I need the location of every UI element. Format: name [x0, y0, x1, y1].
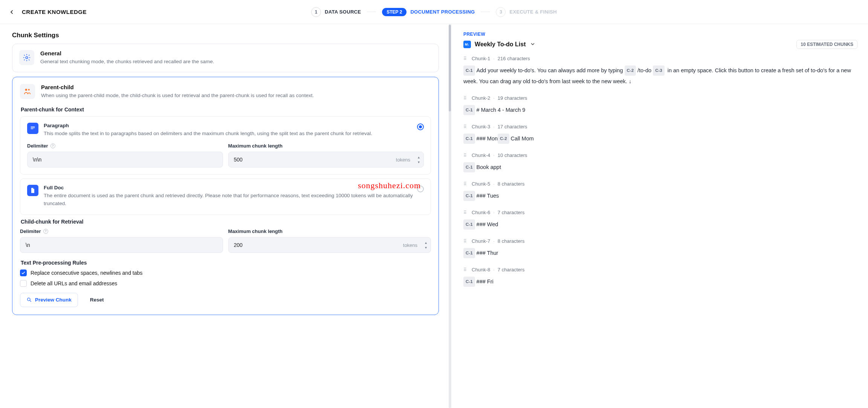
info-icon[interactable]: ? — [43, 229, 48, 234]
chunk-item: Chunk-3·17 charactersC-1### MonC-2Call M… — [463, 124, 857, 144]
chunk-id: Chunk-8 — [472, 267, 490, 273]
page-title: CREATE KNOWLEDGE — [22, 9, 87, 15]
drag-handle-icon[interactable] — [463, 56, 468, 61]
chunk-item: Chunk-1·216 charactersC-1Add your weekly… — [463, 56, 857, 87]
number-stepper[interactable]: ▴▾ — [423, 240, 429, 250]
step-number: 3 — [496, 7, 506, 17]
chunk-text: Add your weekly to-do's. You can always … — [477, 67, 625, 73]
child-chunk-tag: C-3 — [653, 65, 665, 76]
paragraph-icon — [27, 123, 38, 134]
chunk-text: Book appt — [477, 164, 501, 170]
chunk-body: C-1### Wed — [463, 219, 857, 230]
chunk-body: C-1Book appt — [463, 162, 857, 173]
chunk-id: Chunk-7 — [472, 238, 490, 244]
chunk-meta: Chunk-7·8 characters — [463, 238, 857, 244]
chunk-meta: Chunk-2·19 characters — [463, 95, 857, 101]
chunk-item: Chunk-5·8 charactersC-1### Tues — [463, 181, 857, 201]
drag-handle-icon[interactable] — [463, 96, 468, 101]
chevron-down-icon[interactable] — [530, 41, 536, 48]
settings-panel: Chunk Settings General General text chun… — [0, 24, 451, 408]
svg-point-2 — [28, 89, 30, 90]
stepper: 1 DATA SOURCE STEP 2 DOCUMENT PROCESSING… — [311, 7, 557, 17]
chunk-id: Chunk-3 — [472, 124, 490, 129]
child-chunk-tag: C-1 — [463, 105, 475, 115]
info-icon[interactable]: ? — [50, 143, 55, 148]
chunk-body: C-1### Tues — [463, 190, 857, 201]
paragraph-max-length-input[interactable] — [228, 152, 424, 167]
child-chunk-tag: C-1 — [463, 248, 475, 258]
chunk-char-count: 17 characters — [498, 124, 527, 129]
step-pill: STEP 2 — [382, 8, 406, 16]
chunk-text: ### Thur — [477, 250, 498, 256]
child-chunk-tag: C-1 — [463, 219, 475, 230]
chunk-char-count: 216 characters — [498, 56, 530, 61]
preview-panel: PREVIEW M↓ Weekly To-do List 10 ESTIMATE… — [451, 24, 868, 408]
child-chunk-tag: C-1 — [463, 277, 475, 287]
rule-delete-urls[interactable]: Delete all URLs and email addresses — [20, 280, 431, 287]
chunk-meta: Chunk-1·216 characters — [463, 56, 857, 61]
document-icon — [27, 185, 38, 196]
chunk-id: Chunk-1 — [472, 56, 490, 61]
drag-handle-icon[interactable] — [463, 181, 468, 187]
chunk-meta: Chunk-6·7 characters — [463, 210, 857, 215]
chunk-char-count: 7 characters — [498, 267, 525, 273]
drag-handle-icon[interactable] — [463, 124, 468, 129]
chunk-item: Chunk-7·8 charactersC-1### Thur — [463, 238, 857, 259]
gear-icon — [19, 50, 34, 65]
step-label: DATA SOURCE — [325, 9, 361, 15]
drag-handle-icon[interactable] — [463, 239, 468, 244]
rule-label: Delete all URLs and email addresses — [31, 280, 117, 286]
number-stepper[interactable]: ▴▾ — [416, 155, 422, 164]
checkbox-icon — [20, 280, 27, 287]
chunk-meta: Chunk-3·17 characters — [463, 124, 857, 129]
chunks-list: Chunk-1·216 charactersC-1Add your weekly… — [463, 56, 857, 287]
radio-full-doc[interactable] — [417, 186, 424, 192]
child-max-length-input[interactable] — [228, 237, 431, 253]
mode-general-card[interactable]: General General text chunking mode, the … — [12, 44, 439, 72]
scrollbar[interactable] — [449, 24, 451, 408]
child-chunk-tag: C-1 — [463, 134, 475, 144]
chunk-char-count: 8 characters — [498, 181, 525, 187]
drag-handle-icon[interactable] — [463, 153, 468, 158]
step-execute-finish[interactable]: 3 EXECUTE & FINISH — [496, 7, 557, 17]
chunk-id: Chunk-4 — [472, 152, 490, 158]
card-title: General — [40, 50, 432, 56]
step-data-source[interactable]: 1 DATA SOURCE — [311, 7, 361, 17]
chunk-id: Chunk-6 — [472, 210, 490, 215]
paragraph-delimiter-input[interactable] — [27, 152, 223, 167]
child-chunk-tag: C-1 — [463, 65, 475, 76]
max-length-label: Maximum chunk length — [228, 228, 431, 234]
chunk-text: ### Fri — [477, 279, 494, 285]
chunk-char-count: 8 characters — [498, 238, 525, 244]
mode-parent-child-card[interactable]: Parent-child When using the parent-child… — [12, 77, 439, 315]
unit-label: tokens — [396, 157, 410, 162]
radio-paragraph[interactable] — [417, 123, 424, 130]
child-chunk-tag: C-1 — [463, 191, 475, 201]
svg-point-3 — [28, 298, 31, 301]
drag-handle-icon[interactable] — [463, 267, 468, 273]
rule-replace-spaces[interactable]: Replace consecutive spaces, newlines and… — [20, 269, 431, 276]
child-delimiter-input[interactable] — [20, 237, 223, 253]
chunk-settings-heading: Chunk Settings — [12, 32, 439, 39]
chunk-text: ### Tues — [477, 193, 499, 199]
chunk-id: Chunk-5 — [472, 181, 490, 187]
reset-button[interactable]: Reset — [84, 293, 110, 307]
drag-handle-icon[interactable] — [463, 210, 468, 215]
chunk-item: Chunk-8·7 charactersC-1### Fri — [463, 267, 857, 287]
chunk-text: Call Mom — [511, 135, 534, 142]
chunk-text: # March 4 - March 9 — [477, 107, 526, 113]
svg-point-1 — [25, 89, 28, 91]
chunk-body: C-1### MonC-2Call Mom — [463, 133, 857, 144]
back-button[interactable] — [8, 8, 17, 17]
option-full-doc[interactable]: Full Doc The entire document is used as … — [20, 178, 431, 215]
delimiter-label: Delimiter? — [20, 228, 223, 234]
chunk-item: Chunk-2·19 charactersC-1# March 4 - Marc… — [463, 95, 857, 116]
option-paragraph[interactable]: Paragraph This mode splits the text in t… — [20, 116, 431, 175]
step-document-processing[interactable]: STEP 2 DOCUMENT PROCESSING — [382, 8, 475, 16]
card-desc: General text chunking mode, the chunks r… — [40, 58, 432, 66]
svg-point-0 — [26, 56, 28, 59]
chunk-char-count: 10 characters — [498, 152, 527, 158]
preview-chunk-button[interactable]: Preview Chunk — [20, 293, 78, 307]
chunk-char-count: 7 characters — [498, 210, 525, 215]
chunk-text: ### Mon — [477, 135, 498, 142]
